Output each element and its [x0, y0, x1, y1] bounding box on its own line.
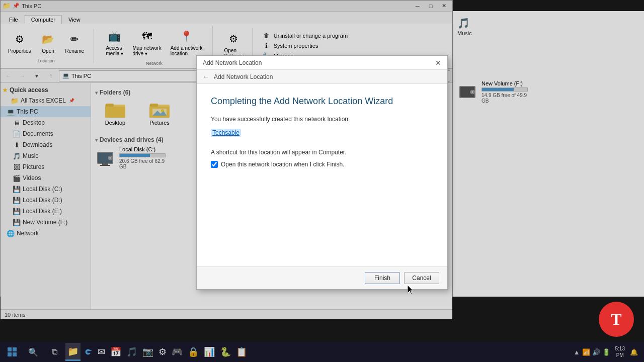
- dialog-back-button[interactable]: ←: [201, 72, 211, 82]
- add-network-location-dialog: Add Network Location ✕ ← Add Network Loc…: [196, 55, 448, 290]
- dialog-close-button[interactable]: ✕: [433, 58, 443, 68]
- dialog-shortcut-text: A shortcut for this location will appear…: [211, 149, 433, 156]
- dialog-title-bar: Add Network Location ✕: [197, 56, 447, 70]
- dialog-heading: Completing the Add Network Location Wiza…: [211, 96, 433, 107]
- open-location-checkbox[interactable]: [211, 161, 218, 168]
- checkbox-label: Open this network location when I click …: [221, 161, 344, 168]
- dialog-title-text: Add Network Location: [203, 59, 262, 66]
- dialog-footer: Finish Cancel: [197, 266, 447, 289]
- watermark: T: [599, 302, 634, 337]
- dialog-nav-title: Add Network Location: [214, 73, 273, 80]
- watermark-letter: T: [611, 310, 621, 329]
- cancel-button[interactable]: Cancel: [404, 272, 439, 284]
- dialog-checkbox-row: Open this network location when I click …: [211, 161, 433, 168]
- network-name-link[interactable]: Techsable: [211, 129, 241, 137]
- dialog-intro-text: You have successfully created this netwo…: [211, 116, 433, 123]
- dialog-body: Completing the Add Network Location Wiza…: [197, 84, 447, 176]
- dialog-nav-bar: ← Add Network Location: [197, 70, 447, 84]
- finish-button[interactable]: Finish: [365, 272, 400, 284]
- dialog-spacer: [197, 176, 447, 266]
